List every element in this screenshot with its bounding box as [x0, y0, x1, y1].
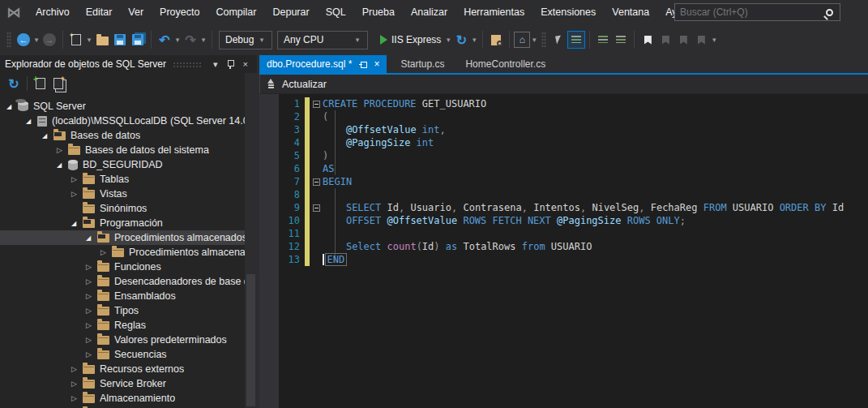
menu-item-proyecto[interactable]: Proyecto — [152, 0, 207, 24]
menu-item-archivo[interactable]: Archivo — [28, 0, 78, 24]
code-line-12[interactable]: 12 Select count(Id) as TotalRows from US… — [259, 240, 868, 253]
code-line-9[interactable]: 9 SELECT Id, Usuario, Contrasena, Intent… — [259, 201, 868, 214]
fold-collapse-icon[interactable] — [310, 178, 323, 186]
tree-item-vistas[interactable]: ▷Vistas — [0, 187, 257, 201]
tree-item-tablas[interactable]: ▷Tablas — [0, 172, 257, 187]
tree-item-recursos-externos[interactable]: ▷Recursos externos — [0, 362, 257, 376]
next-bookmark-button[interactable] — [674, 30, 692, 49]
code-editor[interactable]: 1CREATE PROCEDURE GET_USUARIO2(3 @Offset… — [259, 94, 868, 408]
scrollbar-thumb[interactable] — [246, 274, 255, 406]
find-in-files-button[interactable] — [487, 30, 505, 49]
twisty-collapsed-icon[interactable]: ▷ — [71, 190, 81, 198]
new-query-button[interactable]: ✦ — [49, 74, 67, 93]
tree-item-secuencias[interactable]: ▷Secuencias — [0, 347, 257, 362]
browser-button[interactable]: ⌂ — [514, 30, 530, 49]
code-line-10[interactable]: 10 OFFSET @OffsetValue ROWS FETCH NEXT @… — [259, 214, 868, 227]
code-line-4[interactable]: 4 @PagingSize int — [259, 136, 868, 149]
twisty-collapsed-icon[interactable]: ▷ — [86, 321, 96, 329]
tree-item-bases-de-datos-del-sistema[interactable]: ▷Bases de datos del sistema — [0, 143, 257, 157]
twisty-collapsed-icon[interactable]: ▷ — [86, 336, 96, 344]
decrease-indent-button[interactable] — [594, 30, 612, 49]
tree-item-sin-nimos[interactable]: Sinónimos — [0, 201, 257, 216]
twisty-collapsed-icon[interactable]: ▷ — [71, 175, 81, 183]
menu-item-ventana[interactable]: Ventana — [604, 0, 657, 24]
fold-collapse-icon[interactable] — [310, 204, 323, 212]
tree-item-valores-predeterminados[interactable]: ▷Valores predeterminados — [0, 333, 257, 347]
code-line-8[interactable]: 8 — [259, 188, 868, 201]
code-line-6[interactable]: 6AS — [259, 162, 868, 175]
twisty-collapsed-icon[interactable]: ▷ — [71, 365, 81, 373]
code-line-1[interactable]: 1CREATE PROCEDURE GET_USUARIO — [259, 97, 868, 110]
tree-item-bd-seguridad[interactable]: ◢BD_SEGURIDAD — [0, 157, 257, 172]
code-line-2[interactable]: 2( — [259, 110, 868, 123]
twisty-collapsed-icon[interactable]: ▷ — [86, 292, 96, 300]
toolbar-grip[interactable] — [541, 32, 546, 48]
navigate-forward-button[interactable]: → — [41, 30, 58, 49]
refresh-button[interactable]: ↻ — [5, 74, 23, 93]
tree-item-localdb-mssqllocaldb-sql-server-14-0-202[interactable]: ◢(localdb)\MSSQLLocalDB (SQL Server 14.0… — [0, 114, 257, 128]
close-icon[interactable]: × — [239, 59, 252, 69]
previous-bookmark-button[interactable] — [656, 30, 674, 49]
twisty-collapsed-icon[interactable]: ▷ — [86, 277, 96, 286]
refresh-dropdown-icon[interactable]: ▾ — [470, 36, 478, 44]
code-line-7[interactable]: 7BEGIN — [259, 175, 868, 188]
tree-item-ensamblados[interactable]: ▷Ensamblados — [0, 289, 257, 303]
menu-item-editar[interactable]: Editar — [78, 0, 121, 24]
twisty-expanded-icon[interactable]: ◢ — [26, 118, 36, 125]
pin-icon[interactable] — [359, 61, 367, 67]
menu-item-extensiones[interactable]: Extensiones — [532, 0, 604, 24]
code-line-11[interactable]: 11 — [259, 227, 868, 240]
new-file-dropdown-icon[interactable]: ▾ — [85, 36, 93, 44]
sidebar-scrollbar[interactable] — [245, 73, 257, 408]
update-button[interactable]: Actualizar — [282, 79, 327, 90]
quick-launch-search[interactable] — [674, 3, 840, 21]
save-all-button[interactable] — [129, 30, 147, 49]
close-icon[interactable]: × — [374, 58, 379, 70]
twisty-expanded-icon[interactable]: ◢ — [6, 103, 16, 110]
twisty-collapsed-icon[interactable]: ▷ — [71, 380, 81, 388]
twisty-expanded-icon[interactable]: ◢ — [42, 132, 52, 140]
panel-drag-area[interactable] — [173, 62, 203, 67]
menu-item-prueba[interactable]: Prueba — [354, 0, 403, 24]
code-line-13[interactable]: 13END — [259, 253, 868, 266]
code-line-3[interactable]: 3 @OffsetValue int, — [259, 123, 868, 136]
browser-dropdown-icon[interactable]: ▾ — [530, 36, 538, 44]
tree-item-service-broker[interactable]: ▷Service Broker — [0, 376, 257, 391]
solution-configuration-combo[interactable]: Debug ▾ — [219, 31, 272, 49]
twisty-collapsed-icon[interactable]: ▷ — [86, 263, 96, 271]
tree-item-reglas[interactable]: ▷Reglas — [0, 318, 257, 333]
tree-item-bases-de-datos[interactable]: ◢Bases de datos — [0, 128, 257, 143]
tab-dbo-procedure-sql[interactable]: dbo.Procedure.sql *× — [259, 55, 387, 73]
search-input[interactable] — [675, 6, 826, 18]
tree-item-procedimientos-almacenados[interactable]: ◢Procedimientos almacenados — [0, 230, 257, 245]
menu-item-depurar[interactable]: Depurar — [264, 0, 317, 24]
toolbar-overflow-icon[interactable]: ▾ — [710, 36, 718, 44]
menu-item-analizar[interactable]: Analizar — [403, 0, 455, 24]
twisty-collapsed-icon[interactable]: ▷ — [86, 350, 96, 359]
tab-startup-cs[interactable]: Startup.cs — [393, 55, 451, 73]
show-code-button[interactable] — [567, 30, 585, 49]
undo-dropdown-icon[interactable]: ▾ — [173, 36, 182, 44]
redo-dropdown-icon[interactable]: ▾ — [199, 36, 207, 44]
undo-button[interactable]: ↶ — [156, 30, 173, 49]
menu-item-compilar[interactable]: Compilar — [207, 0, 264, 24]
code-line-5[interactable]: 5) — [259, 149, 868, 162]
open-file-button[interactable] — [93, 30, 111, 49]
refresh-button[interactable]: ↻ — [452, 30, 470, 49]
pin-icon[interactable] — [227, 59, 234, 69]
twisty-expanded-icon[interactable]: ◢ — [71, 220, 81, 227]
toolbar-grip[interactable] — [6, 32, 11, 48]
increase-indent-button[interactable] — [612, 30, 630, 49]
tree-item-almacenamiento[interactable]: ▷Almacenamiento — [0, 391, 257, 406]
panel-menu-icon[interactable]: ▾ — [209, 59, 222, 70]
navigate-back-button[interactable]: ← — [15, 30, 32, 49]
redo-button[interactable]: ↷ — [182, 30, 199, 49]
panel-header[interactable]: Explorador de objetos de SQL Server ▾ × — [0, 55, 257, 73]
tab-homecontroller-cs[interactable]: HomeController.cs — [458, 55, 553, 73]
menu-item-sql[interactable]: SQL — [318, 0, 354, 24]
save-button[interactable] — [111, 30, 129, 49]
select-element-button[interactable] — [549, 30, 567, 49]
tree-item-sql-server[interactable]: ◢SQL Server — [0, 99, 257, 114]
twisty-collapsed-icon[interactable]: ▷ — [86, 307, 96, 315]
twisty-expanded-icon[interactable]: ◢ — [57, 161, 66, 169]
